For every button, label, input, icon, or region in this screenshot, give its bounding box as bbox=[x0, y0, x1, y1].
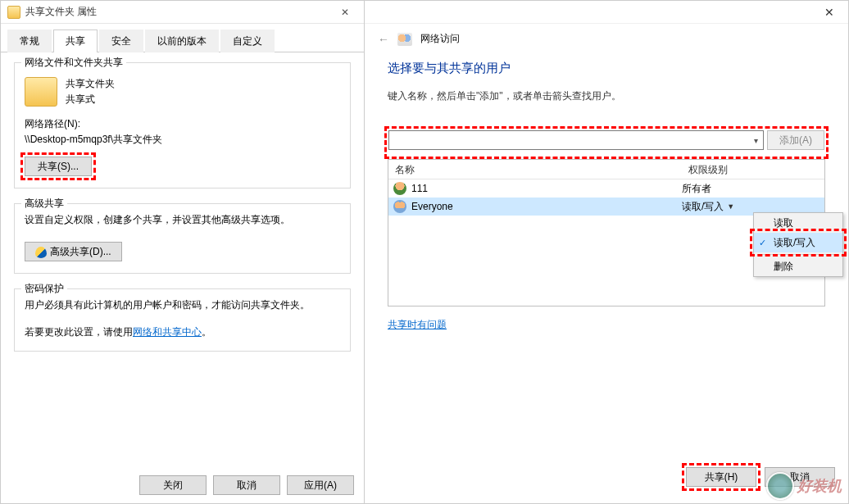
table-row[interactable]: 111 所有者 bbox=[388, 179, 824, 198]
user-permission: 所有者 bbox=[682, 182, 711, 196]
back-arrow-icon[interactable]: ← bbox=[378, 33, 389, 46]
properties-dialog: 共享文件夹 属性 ✕ 常规 共享 安全 以前的版本 自定义 网络文件和文件夹共享… bbox=[0, 0, 365, 504]
pwd-line2-suffix: 。 bbox=[202, 326, 211, 338]
close-button[interactable]: 关闭 bbox=[139, 475, 207, 495]
page-subheading: 键入名称，然后单击"添加"，或者单击箭头查找用户。 bbox=[388, 89, 825, 103]
user-name-dropdown[interactable]: ▾ bbox=[388, 130, 764, 150]
tab-customize[interactable]: 自定义 bbox=[220, 30, 275, 52]
page-heading: 选择要与其共享的用户 bbox=[388, 61, 825, 76]
pwd-line2-prefix: 若要更改此设置，请使用 bbox=[25, 326, 133, 338]
watermark-logo-icon bbox=[766, 472, 794, 500]
sharing-trouble-link[interactable]: 共享时有问题 bbox=[388, 318, 447, 332]
perm-readwrite-label: 读取/写入 bbox=[774, 236, 815, 250]
window-title: 共享文件夹 属性 bbox=[25, 5, 333, 19]
shared-folder-state: 共享式 bbox=[66, 92, 115, 107]
apply-button[interactable]: 应用(A) bbox=[287, 475, 354, 495]
advanced-sharing-label: 高级共享(D)... bbox=[50, 246, 111, 257]
add-button[interactable]: 添加(A) bbox=[767, 130, 824, 150]
perm-delete[interactable]: 删除 bbox=[754, 257, 842, 276]
advanced-sharing-button[interactable]: 高级共享(D)... bbox=[25, 242, 122, 261]
network-sharing-center-link[interactable]: 网络和共享中心 bbox=[133, 326, 202, 338]
share-button[interactable]: 共享(H) bbox=[686, 467, 756, 487]
user-name: Everyone bbox=[411, 201, 453, 212]
chevron-down-icon: ▾ bbox=[754, 136, 758, 145]
check-icon: ✓ bbox=[759, 238, 766, 248]
user-permission: 读取/写入 bbox=[682, 200, 724, 214]
shared-folder-name: 共享文件夹 bbox=[66, 76, 115, 92]
group-icon bbox=[393, 200, 406, 213]
group-title: 密码保护 bbox=[21, 282, 67, 296]
network-path-value: \\Desktop-m5mqp3f\共享文件夹 bbox=[25, 133, 340, 147]
perm-delete-label: 删除 bbox=[774, 260, 793, 274]
perm-read-write[interactable]: ✓ 读取/写入 bbox=[754, 233, 842, 252]
advanced-sharing-group: 高级共享 设置自定义权限，创建多个共享，并设置其他高级共享选项。 高级共享(D)… bbox=[14, 203, 351, 274]
tab-sharing[interactable]: 共享 bbox=[53, 30, 98, 52]
cancel-button[interactable]: 取消 bbox=[213, 475, 280, 495]
tab-security[interactable]: 安全 bbox=[99, 30, 143, 52]
col-name[interactable]: 名称 bbox=[388, 160, 682, 179]
close-icon[interactable]: ✕ bbox=[333, 4, 357, 20]
col-permission[interactable]: 权限级别 bbox=[682, 160, 824, 179]
perm-read-label: 读取 bbox=[774, 216, 793, 230]
shield-icon bbox=[35, 247, 47, 258]
chevron-down-icon[interactable]: ▼ bbox=[727, 202, 734, 211]
users-icon bbox=[397, 33, 412, 46]
password-line2: 若要更改此设置，请使用网络和共享中心。 bbox=[25, 325, 340, 339]
watermark: 好装机 bbox=[766, 472, 842, 500]
network-sharing-group: 网络文件和文件夹共享 共享文件夹 共享式 网络路径(N): \\Desktop-… bbox=[14, 62, 351, 188]
group-title: 网络文件和文件夹共享 bbox=[21, 56, 126, 70]
permission-menu: 读取 ✓ 读取/写入 删除 bbox=[753, 212, 843, 277]
perm-read[interactable]: 读取 bbox=[754, 213, 842, 233]
folder-icon bbox=[25, 77, 57, 107]
titlebar: ✕ bbox=[365, 1, 848, 24]
watermark-text: 好装机 bbox=[797, 476, 842, 496]
advanced-desc: 设置自定义权限，创建多个共享，并设置其他高级共享选项。 bbox=[25, 212, 340, 227]
network-access-dialog: ✕ ← 网络访问 选择要与其共享的用户 键入名称，然后单击"添加"，或者单击箭头… bbox=[365, 0, 849, 504]
tab-previous-versions[interactable]: 以前的版本 bbox=[145, 30, 219, 52]
user-name: 111 bbox=[411, 183, 428, 194]
titlebar: 共享文件夹 属性 ✕ bbox=[1, 1, 364, 24]
password-line1: 用户必须具有此计算机的用户帐户和密码，才能访问共享文件夹。 bbox=[25, 297, 340, 313]
tab-strip: 常规 共享 安全 以前的版本 自定义 bbox=[1, 24, 364, 52]
folder-icon bbox=[7, 6, 20, 19]
separator bbox=[757, 254, 839, 255]
close-icon[interactable]: ✕ bbox=[810, 1, 848, 24]
group-title: 高级共享 bbox=[21, 197, 67, 211]
breadcrumb-label: 网络访问 bbox=[420, 32, 460, 46]
password-protect-group: 密码保护 用户必须具有此计算机的用户帐户和密码，才能访问共享文件夹。 若要更改此… bbox=[14, 288, 351, 351]
user-icon bbox=[393, 182, 406, 195]
share-button[interactable]: 共享(S)... bbox=[25, 157, 92, 176]
tab-general[interactable]: 常规 bbox=[7, 30, 52, 52]
network-path-label: 网络路径(N): bbox=[25, 117, 340, 131]
